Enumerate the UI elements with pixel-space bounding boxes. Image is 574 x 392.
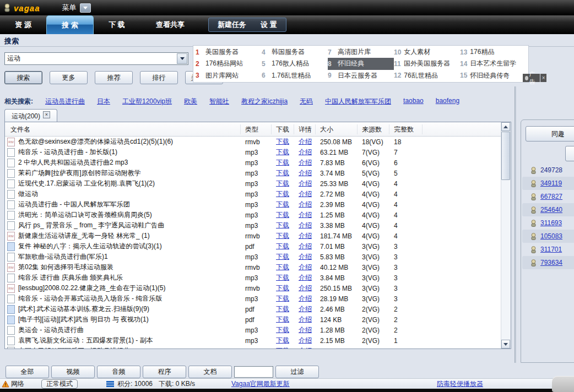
search-action-button[interactable]: 搜索 [4,71,42,84]
search-action-button[interactable]: 更多 [50,71,88,84]
related-search-link[interactable]: 日本 [97,97,110,106]
nav-tab[interactable]: 搜 索 [46,15,94,34]
peer-id-link[interactable]: 249728 [540,166,562,174]
filter-category-button[interactable]: 程序 [143,366,186,378]
download-link[interactable]: 下载 [276,336,289,344]
peers-button[interactable]: 同趣 [526,126,574,141]
table-row[interactable]: RM 纯音乐 - 运动会开幕式运动员入场音乐 - 纯音乐版 mp3 下载 介绍 … [5,293,501,304]
table-row[interactable]: RM 做运动 mp3 下载 介绍 2.72 MB 4(VG) 4 [5,189,501,199]
search-action-button[interactable]: 推荐 [95,71,133,84]
search-action-button[interactable]: 排行 [140,71,178,84]
related-search-link[interactable]: 运动员进行曲 [45,97,85,106]
download-link[interactable]: 下载 [276,305,289,313]
download-link[interactable]: 下载 [276,263,289,271]
detail-link[interactable]: 介绍 [299,169,312,177]
related-search-link[interactable]: 工业帮1200vip班 [122,97,172,106]
table-row[interactable]: RM 茉莉广场舞[拉萨夜雨]原创胯部运动附教学 mp3 下载 介绍 3.74 M… [5,168,501,178]
download-link[interactable]: 下载 [276,315,289,323]
server-item[interactable]: 12 76乱世精品 [394,70,460,81]
server-item[interactable]: 5 176散人精品 [262,58,328,69]
download-link[interactable]: 下载 [276,253,289,260]
peer-row[interactable]: 793634 [522,256,574,269]
download-link[interactable]: 下载 [276,242,289,250]
detail-link[interactable]: 介绍 [299,305,312,313]
ad-close-icon[interactable]: × [540,74,546,82]
nav-tab[interactable]: 查看共享 [140,15,201,34]
peer-row[interactable]: 105083 [522,230,574,243]
detail-link[interactable]: 介绍 [299,263,312,271]
mode-button[interactable]: 正常模式 [41,379,78,389]
table-row[interactable]: RM 近现代史.17.启蒙运动 工业化初期.袁腾飞(1)(2) mp3 下载 介… [5,178,501,189]
peer-id-link[interactable]: 793634 [540,259,562,266]
related-search-link[interactable]: 欧美 [184,97,197,106]
related-search-link[interactable]: 无码 [300,97,313,106]
download-link[interactable]: 下载 [276,232,289,239]
related-search-link[interactable]: 教程之家iczhijia [241,97,288,106]
related-search-link[interactable]: baofeng [436,97,459,106]
tab-close-icon[interactable]: × [43,111,50,118]
table-row[interactable]: RM 运动员进行曲 - 中国人民解放军军乐团 mp3 下载 介绍 2.39 MB… [5,199,501,210]
server-item[interactable]: 8 怀旧经典 [328,58,394,69]
detail-link[interactable]: 介绍 [299,253,312,260]
filter-category-button[interactable]: 全部 [6,366,49,378]
side-mini-button[interactable] [565,146,574,161]
download-link[interactable]: 下载 [276,148,289,156]
player-link[interactable]: 防毒轻便播放器 [437,379,483,389]
table-row[interactable]: RM [lessbug]2008.02.22.健康之路_生命在于运动(1)(5)… [5,283,501,293]
table-row[interactable]: RM 中国人民解放军军乐团 - 运动员进行曲 mp3 下载 介绍 2.51 MB… [5,346,501,349]
peer-row[interactable]: 667827 [522,190,574,203]
peer-id-link[interactable]: 254640 [540,206,562,214]
detail-link[interactable]: 介绍 [299,232,312,239]
table-row[interactable]: RM 复件 神秘的八字：揭示人生运动轨迹的尝试(3)(1) pdf 下载 介绍 … [5,241,501,252]
header-sources[interactable]: 来源数 [358,124,389,134]
header-filename[interactable]: 文件名 [5,124,241,134]
download-link[interactable]: 下载 [276,159,289,166]
download-link[interactable]: 下载 [276,179,289,187]
peer-row[interactable]: 254640 [522,203,574,216]
peer-id-link[interactable]: 311701 [540,246,562,253]
peer-row[interactable]: 349119 [522,177,574,190]
filter-category-button[interactable]: 文档 [188,366,232,378]
server-item[interactable]: 11 国外美国服务器 [394,58,460,69]
download-link[interactable]: 下载 [276,347,289,349]
server-item[interactable]: 14 日本艺术生留学 [460,58,526,69]
related-search-link[interactable]: 智能社 [209,97,229,106]
combo-dropdown-icon[interactable] [177,53,187,64]
server-item[interactable]: 3 图片库网站 [196,70,262,81]
table-row[interactable]: RM 袁腾飞.说新文化运动：五四爆发背景(1) - 副本 mp3 下载 介绍 2… [5,335,501,346]
detail-link[interactable]: 介绍 [299,221,312,229]
table-row[interactable]: RM [武术].武术运动基本训练.蔡龙云.扫描版(9)(9) pdf 下载 介绍… [5,304,501,314]
nav-tab[interactable]: 资 源 [0,15,46,34]
table-row[interactable]: RM 色无欲@sexinsex@漂亮的体操运动员cd1(2)(5)(1)(6) … [5,137,501,147]
detail-link[interactable]: 介绍 [299,242,312,250]
download-link[interactable]: 下载 [276,295,289,302]
table-scrollbar[interactable] [501,122,511,349]
download-link[interactable]: 下载 [276,211,289,219]
server-item[interactable]: 10 女人素材 [394,46,460,58]
scroll-up-icon[interactable] [501,122,510,131]
server-item[interactable]: 15 怀旧经典传奇 [460,70,526,81]
table-row[interactable]: RM 洪昭光：简单运动口诀可改善颈椎病肩周炎(5) mp3 下载 介绍 1.25… [5,210,501,220]
download-link[interactable]: 下载 [276,274,289,281]
detail-link[interactable]: 介绍 [299,159,312,166]
detail-link[interactable]: 介绍 [299,295,312,302]
download-link[interactable]: 下载 [276,284,289,292]
detail-link[interactable]: 介绍 [299,326,312,334]
header-download[interactable]: 下载 [272,124,294,134]
server-item[interactable]: 13 176精品 [460,46,526,58]
detail-link[interactable]: 介绍 [299,284,312,292]
table-row[interactable]: RM 风行 ps_ 背景音乐 _ from_ 李宁逐风运动鞋广告曲 mp3 下载… [5,220,501,231]
peer-id-link[interactable]: 311693 [540,219,562,227]
server-item[interactable]: 2 176精品网站 [196,58,262,69]
table-row[interactable]: RM [电子书][运动][武术]武当 明目功 与 夜视功(1) pdf 下载 介… [5,314,501,325]
detail-link[interactable]: 介绍 [299,211,312,219]
scroll-down-icon[interactable] [501,340,510,349]
header-complete[interactable]: 完整数 [389,124,423,134]
server-item[interactable]: 4 韩国服务器 [262,46,328,58]
menu-dropdown-icon[interactable] [80,3,91,13]
detail-link[interactable]: 介绍 [299,190,312,198]
nav-action-button[interactable]: 新建任务 [218,20,246,30]
download-link[interactable]: 下载 [276,169,289,177]
filter-category-button[interactable]: 视频 [51,366,95,378]
peer-id-link[interactable]: 105083 [540,232,562,240]
